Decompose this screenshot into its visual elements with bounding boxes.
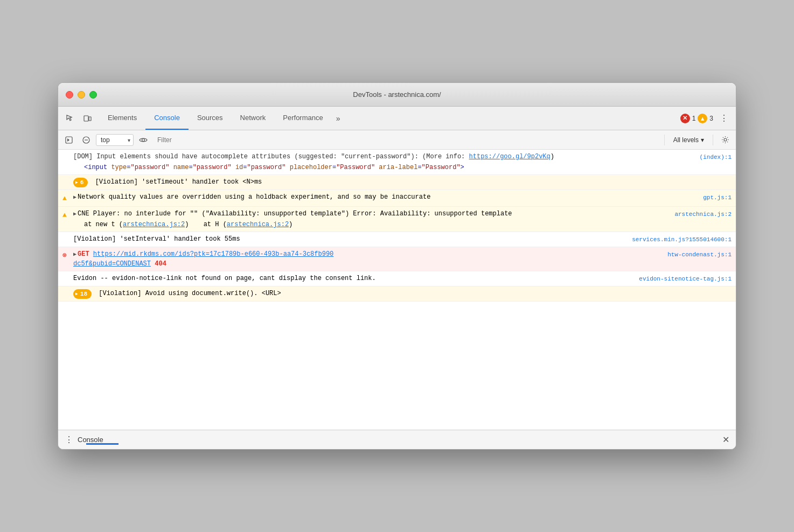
get-url-link[interactable]: https://mid.rkdms.com/ids?ptk=17c1789b-e… <box>93 250 333 258</box>
warning-count: 3 <box>709 115 713 122</box>
evidon-message: Evidon -- evidon-notice-link not found o… <box>73 275 376 282</box>
dropdown-arrow-icon: ▾ <box>701 136 704 144</box>
network-quality-source-link[interactable]: gpt.js:1 <box>703 194 732 201</box>
svg-rect-1 <box>89 117 91 121</box>
toolbar-icons <box>62 111 95 126</box>
clear-console-button[interactable] <box>79 132 94 148</box>
setinterval-source-link[interactable]: services.min.js?1555014600:1 <box>632 236 732 243</box>
evidon-source: evidon-sitenotice-tag.js:1 <box>632 274 732 284</box>
devtools-menu-button[interactable]: ⋮ <box>716 111 732 126</box>
cne-at-t-link[interactable]: arstechnica.js:2 <box>123 221 185 228</box>
error-badge-group: ✕ 1 ▲ 3 <box>680 114 713 123</box>
devtools-window: DevTools - arstechnica.com/ Elements Con… <box>58 82 736 450</box>
bottom-bar-indicator <box>86 443 119 445</box>
tab-sources[interactable]: Sources <box>189 107 232 130</box>
violation-18-source <box>725 289 732 290</box>
dom-log-text: [DOM] Input elements should have autocom… <box>73 152 693 162</box>
settings-button[interactable] <box>718 132 733 148</box>
violation-6-badge[interactable]: ▶ 6 <box>73 178 88 188</box>
setinterval-body: [Violation] 'setInterval' handler took 5… <box>73 234 625 244</box>
cne-stack-trace: at new t (arstechnica.js:2) at H (arstec… <box>73 220 668 229</box>
dom-log-body: [DOM] Input elements should have autocom… <box>73 152 693 172</box>
evidon-source-link[interactable]: evidon-sitenotice-tag.js:1 <box>639 276 732 282</box>
bottom-bar: ⋮ Console ✕ <box>58 430 736 449</box>
log-entry-violation-6: ▶ 6 [Violation] 'setTimeout' handler too… <box>58 175 736 190</box>
error-circle-icon: ⊗ <box>62 250 67 261</box>
violation-6-message: [Violation] 'setTimeout' handler took <N… <box>95 178 262 186</box>
more-tabs-button[interactable]: » <box>332 107 345 130</box>
log-entry-network-quality: ▲ ▶Network quality values are overridden… <box>58 190 736 207</box>
get-expand-icon[interactable]: ▶ <box>73 251 76 257</box>
network-quality-body: ▶Network quality values are overridden u… <box>73 192 697 202</box>
device-toolbar-button[interactable] <box>80 111 95 126</box>
execute-context-button[interactable] <box>61 132 76 148</box>
svg-rect-0 <box>84 116 88 121</box>
tab-console[interactable]: Console <box>145 107 189 130</box>
violation-6-icon <box>62 177 73 178</box>
tab-network[interactable]: Network <box>232 107 275 130</box>
window-title: DevTools - arstechnica.com/ <box>353 90 441 99</box>
error-icon: ✕ <box>680 114 690 123</box>
log-entry-evidon: Evidon -- evidon-notice-link not found o… <box>58 271 736 286</box>
log-entry-cne-player: ▲ ▶CNE Player: no interlude for "" ("Ava… <box>58 207 736 232</box>
dom-log-source: (index):1 <box>693 152 732 162</box>
tabs-toolbar: Elements Console Sources Network Perform… <box>58 107 736 130</box>
get-source-link[interactable]: htw-condenast.js:1 <box>667 251 732 258</box>
cne-expand-icon[interactable]: ▶ <box>73 211 76 217</box>
network-quality-message: Network quality values are overridden us… <box>78 193 430 201</box>
minimize-button[interactable] <box>78 91 85 99</box>
network-quality-icon: ▲ <box>62 192 73 204</box>
expand-icon[interactable]: ▶ <box>73 194 76 200</box>
violation-6-body: ▶ 6 [Violation] 'setTimeout' handler too… <box>73 177 725 187</box>
get-url-cont: dc5f&pubid=CONDENAST 404 <box>73 259 661 269</box>
cne-body: ▶CNE Player: no interlude for "" ("Avail… <box>73 209 668 229</box>
evidon-body: Evidon -- evidon-notice-link not found o… <box>73 274 632 283</box>
log-entry-dom-warning: [DOM] Input elements should have autocom… <box>58 150 736 175</box>
dom-help-link[interactable]: https://goo.gl/9p2vKq <box>469 153 551 160</box>
cne-icon: ▲ <box>62 209 73 221</box>
svg-point-6 <box>724 138 727 141</box>
titlebar: DevTools - arstechnica.com/ <box>58 83 736 107</box>
console-toolbar: top ▾ All levels ▾ <box>58 130 736 150</box>
cne-stack-line2: at H (arstechnica.js:2) <box>204 220 293 229</box>
inspect-element-button[interactable] <box>62 111 78 126</box>
maximize-button[interactable] <box>89 91 97 99</box>
get-error-source: htw-condenast.js:1 <box>661 249 732 260</box>
log-levels-dropdown[interactable]: All levels ▾ <box>669 135 708 145</box>
cne-source-link[interactable]: arstechnica.js:2 <box>674 211 732 218</box>
setinterval-icon <box>62 234 73 235</box>
violation-arrow-icon: ▶ <box>75 179 78 186</box>
setinterval-source: services.min.js?1555014600:1 <box>625 234 732 244</box>
toolbar-right: ✕ 1 ▲ 3 ⋮ <box>680 111 732 126</box>
violation-18-arrow-icon: ▶ <box>75 291 78 297</box>
cne-warning-icon: ▲ <box>62 210 67 221</box>
traffic-lights <box>66 91 97 99</box>
network-quality-source: gpt.js:1 <box>697 192 732 202</box>
cne-source: arstechnica.js:2 <box>668 209 732 219</box>
context-select[interactable]: top <box>96 134 134 146</box>
tab-performance[interactable]: Performance <box>274 107 331 130</box>
dom-log-icon <box>62 152 73 153</box>
violation-18-icon <box>62 289 73 290</box>
violation-18-badge[interactable]: ▶ 18 <box>73 289 92 299</box>
bottom-bar-close-button[interactable]: ✕ <box>722 435 729 445</box>
warning-icon: ▲ <box>698 114 707 123</box>
filter-separator-2 <box>713 135 713 145</box>
cne-at-h-link[interactable]: arstechnica.js:2 <box>227 221 289 228</box>
setinterval-message: [Violation] 'setInterval' handler took 5… <box>73 235 240 243</box>
cne-message-line1: CNE Player: no interlude for "" ("Availa… <box>78 210 512 218</box>
cne-stack-line1: at new t (arstechnica.js:2) <box>84 220 189 229</box>
eye-button[interactable] <box>136 132 151 148</box>
bottom-bar-inner: ⋮ Console ✕ <box>65 435 729 445</box>
filter-input[interactable] <box>153 134 660 146</box>
violation-18-body: ▶ 18 [Violation] Avoid using document.wr… <box>73 289 725 299</box>
svg-point-5 <box>142 138 145 141</box>
status-404: 404 <box>155 260 166 268</box>
get-url-link-2[interactable]: dc5f&pubid=CONDENAST <box>73 260 151 268</box>
close-button[interactable] <box>66 91 73 99</box>
dom-source-link[interactable]: (index):1 <box>700 154 732 160</box>
tab-elements[interactable]: Elements <box>99 107 145 130</box>
bottom-bar-menu-button[interactable]: ⋮ <box>65 435 73 445</box>
violation-18-message: [Violation] Avoid using document.write()… <box>99 290 281 297</box>
context-select-wrapper: top ▾ <box>96 134 134 146</box>
